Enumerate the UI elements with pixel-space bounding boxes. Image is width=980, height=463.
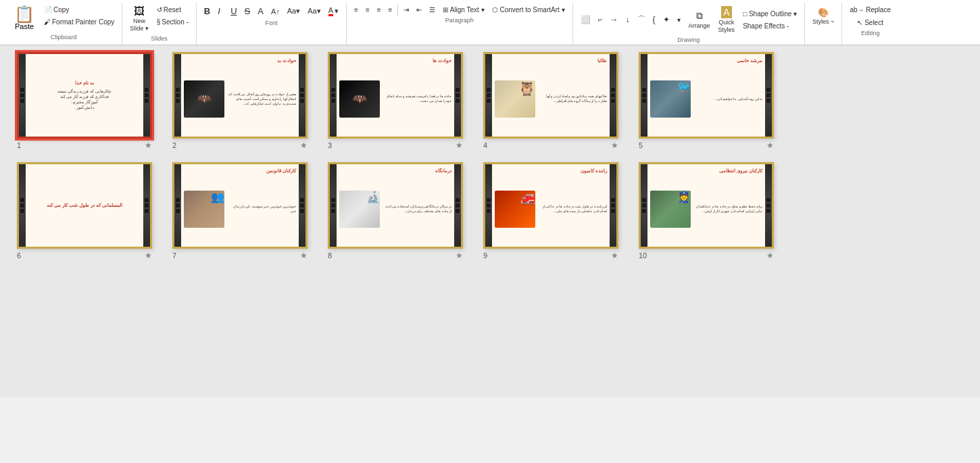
slide-thumb-4[interactable]: طالباطالبهای همه دیکتاتور بود و ایجاد کر… <box>483 52 618 139</box>
slide-thumb-8[interactable]: درمانگاهدر مراکز درمانگاهی پرستاران استف… <box>328 162 463 249</box>
styles-label: Styles ~ <box>812 18 834 25</box>
slide-star-2[interactable]: ★ <box>300 141 308 150</box>
bracket-shape[interactable]: { <box>650 12 659 28</box>
styles-icon: 🎨 <box>818 7 829 18</box>
convert-smartart-button[interactable]: ⬡ Convert to SmartArt ▾ <box>489 4 568 16</box>
shadow-button[interactable]: A <box>254 4 267 18</box>
quick-styles-label: Quick <box>718 19 734 26</box>
star-shape[interactable]: ✦ <box>660 12 673 28</box>
slide-thumb-7[interactable]: کارکنان قانونمنخوشترین خوبترین خبر بنویس… <box>172 162 308 249</box>
slide-thumb-10[interactable]: کارکنان نیروی انتظامیبرای حفظ نظم و صلح،… <box>639 162 774 249</box>
slide-number-3: 3 <box>328 141 332 149</box>
slide-item-2[interactable]: حوادث بدبعضی از حوادث در روزهایی روز اتف… <box>169 52 311 150</box>
slide-number-10: 10 <box>639 251 647 260</box>
align-text-button[interactable]: ⊞ Align Text ▾ <box>439 4 487 16</box>
editing-label: Editing <box>861 30 880 38</box>
angle-shape[interactable]: ⌐ <box>595 12 606 28</box>
slide-thumb-3[interactable]: حوادث هاحادثه ها در قضا یا فرصت همیشه و … <box>328 52 463 139</box>
align-left-button[interactable]: ≡ <box>351 4 362 16</box>
justify-button[interactable]: ≡ <box>385 4 396 16</box>
font-size-up-button[interactable]: A↑ <box>268 5 283 18</box>
drawing-group: ⬜ ⌐ → ↓ ⌒ { ✦ ▾ ⧉ Arrange A Qui <box>573 3 806 45</box>
select-button[interactable]: ↖ Select <box>854 17 887 28</box>
strikethrough-button[interactable]: S <box>241 4 254 18</box>
slide-footer-10: 10★ <box>639 251 774 260</box>
section-button[interactable]: § Section - <box>153 16 192 28</box>
replace-button[interactable]: ab→ Replace <box>846 4 894 16</box>
slide-number-5: 5 <box>639 141 643 149</box>
slide-footer-4: 4★ <box>483 141 618 150</box>
shape-outline-button[interactable]: □ Shape Outline ▾ <box>739 8 800 20</box>
paragraph-group: ≡ ≡ ≡ ≡ ⇥ ⇤ ☰ ⊞ Align Text ▾ ⬡ Convert t… <box>347 3 572 45</box>
slide-number-7: 7 <box>172 251 176 260</box>
more-shapes[interactable]: ▾ <box>674 12 684 28</box>
slide-thumb-2[interactable]: حوادث بدبعضی از حوادث در روزهایی روز اتف… <box>172 52 308 139</box>
shape-effects-button[interactable]: Shape Effects - <box>739 20 800 32</box>
font-name-button[interactable]: Aa▾ <box>284 5 303 18</box>
font-size-field[interactable]: Aa▾ <box>304 5 324 18</box>
font-color-button[interactable]: A▾ <box>325 4 342 18</box>
new-slide-button[interactable]: 🖼 New Slide ▾ <box>126 4 152 34</box>
new-slide-icon: 🖼 <box>134 6 145 17</box>
font-group: B I U S A A↑ Aa▾ Aa▾ A▾ Font <box>197 3 347 45</box>
underline-button[interactable]: U <box>227 4 240 18</box>
styles-group: 🎨 Styles ~ <box>805 3 842 45</box>
quick-styles-button[interactable]: A Quick Styles <box>715 4 739 35</box>
slide-star-1[interactable]: ★ <box>145 141 152 150</box>
slide-number-6: 6 <box>17 251 21 260</box>
slide-item-8[interactable]: درمانگاهدر مراکز درمانگاهی پرستاران استف… <box>324 162 466 260</box>
bold-button[interactable]: B <box>201 4 214 18</box>
editing-group: ab→ Replace ↖ Select Editing <box>842 3 898 45</box>
slide-number-1: 1 <box>17 141 21 149</box>
section-label: Section - <box>162 18 188 26</box>
align-right-button[interactable]: ≡ <box>374 4 385 16</box>
slide-star-4[interactable]: ★ <box>611 141 618 150</box>
slide-item-5[interactable]: مرشد خانمیبه این روند آشنایی ما خواهیم ک… <box>635 52 777 150</box>
slide-item-3[interactable]: حوادث هاحادثه ها در قضا یا فرصت همیشه و … <box>324 52 466 150</box>
slide-footer-3: 3★ <box>328 141 463 150</box>
slide-star-5[interactable]: ★ <box>766 141 774 150</box>
arrange-button[interactable]: ⧉ Arrange <box>685 8 714 31</box>
bullets-button[interactable]: ☰ <box>426 4 439 16</box>
slide-star-6[interactable]: ★ <box>145 251 152 260</box>
slide-item-9[interactable]: راننده کامیوناین راننده در طول شب در جاد… <box>480 162 622 260</box>
slide-footer-8: 8★ <box>328 251 463 260</box>
slide-number-4: 4 <box>483 141 487 149</box>
slide-star-9[interactable]: ★ <box>611 251 618 260</box>
slide-item-7[interactable]: کارکنان قانونمنخوشترین خوبترین خبر بنویس… <box>169 162 311 260</box>
slide-star-10[interactable]: ★ <box>766 251 774 260</box>
slide-item-6[interactable]: المسلمانی که در طول شب کار می کند6★ <box>14 162 155 260</box>
arrow-shape[interactable]: → <box>607 12 622 28</box>
ribbon: 📋 Paste 📄 Copy 🖌 Format Painter Copy Cli… <box>0 0 980 45</box>
font-label: Font <box>265 20 277 28</box>
clipboard-group: 📋 Paste 📄 Copy 🖌 Format Painter Copy Cli… <box>5 3 122 45</box>
down-arrow-shape[interactable]: ↓ <box>622 12 633 28</box>
separator <box>397 5 398 16</box>
rect-shape[interactable]: ⬜ <box>577 12 594 28</box>
indent-less-button[interactable]: ⇤ <box>413 4 425 16</box>
copy-button[interactable]: 📄 Copy <box>41 4 118 16</box>
new-slide-label: New <box>133 18 145 24</box>
slide-item-4[interactable]: طالباطالبهای همه دیکتاتور بود و ایجاد کر… <box>480 52 622 150</box>
slide-star-8[interactable]: ★ <box>456 251 463 260</box>
reset-button[interactable]: ↺ Reset <box>153 4 192 16</box>
slide-thumb-5[interactable]: مرشد خانمیبه این روند آشنایی ما خواهیم ک… <box>639 52 774 139</box>
format-painter-button[interactable]: 🖌 Format Painter Copy <box>41 16 118 28</box>
slide-thumb-1[interactable]: به نام خداچکارهایی که فرزند زندگی میشدفد… <box>17 52 152 139</box>
slide-item-1[interactable]: به نام خداچکارهایی که فرزند زندگی میشدفد… <box>14 52 155 150</box>
slide-footer-1: 1★ <box>17 141 152 150</box>
curve-shape[interactable]: ⌒ <box>634 12 649 28</box>
slide-footer-5: 5★ <box>639 141 774 150</box>
paste-icon: 📋 <box>14 6 34 22</box>
slide-star-7[interactable]: ★ <box>300 251 308 260</box>
align-center-button[interactable]: ≡ <box>362 4 373 16</box>
slides-label: Slides <box>151 35 168 43</box>
indent-more-button[interactable]: ⇥ <box>400 4 412 16</box>
styles-button[interactable]: 🎨 Styles ~ <box>809 4 837 28</box>
italic-button[interactable]: I <box>214 4 226 18</box>
paste-button[interactable]: 📋 Paste <box>9 4 39 32</box>
slide-star-3[interactable]: ★ <box>456 141 463 150</box>
slide-thumb-9[interactable]: راننده کامیوناین راننده در طول شب در جاد… <box>483 162 618 249</box>
slide-item-10[interactable]: کارکنان نیروی انتظامیبرای حفظ نظم و صلح،… <box>635 162 777 260</box>
slide-thumb-6[interactable]: المسلمانی که در طول شب کار می کند <box>17 162 152 249</box>
